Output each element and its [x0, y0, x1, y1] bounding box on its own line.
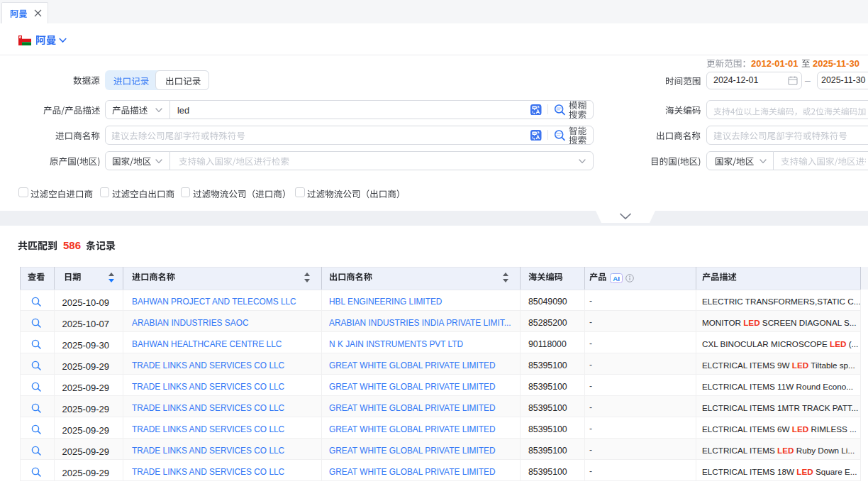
svg-text:AI: AI	[613, 274, 620, 282]
